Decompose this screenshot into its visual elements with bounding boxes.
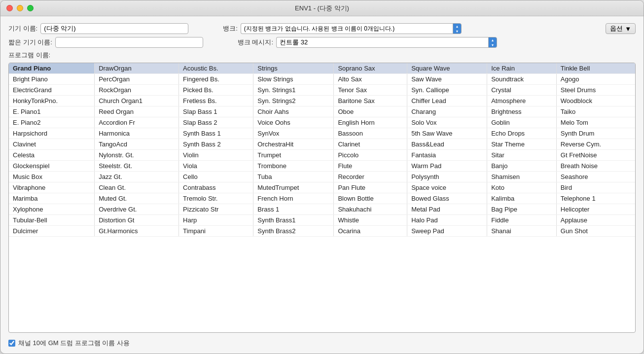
bank-message-arrow-down[interactable]: ▼ xyxy=(489,42,497,47)
table-cell[interactable]: Synth Brass2 xyxy=(253,226,334,237)
table-cell[interactable]: Fiddle xyxy=(487,215,557,226)
table-row[interactable]: VibraphoneClean Gt.ContrabassMutedTrumpe… xyxy=(9,182,635,193)
table-cell[interactable]: Space voice xyxy=(407,182,487,193)
table-cell[interactable]: RockOrgan xyxy=(95,85,179,96)
table-row[interactable]: E. Piano2Accordion FrSlap Bass 2Voice Oo… xyxy=(9,117,635,128)
table-row[interactable]: Bright PianoPercOrganFingered Bs.Slow St… xyxy=(9,74,635,85)
table-row[interactable]: ClavinetTangoAcdSynth Bass 2OrchestraHit… xyxy=(9,139,635,150)
table-cell[interactable]: Harp xyxy=(179,215,253,226)
table-cell[interactable]: SynVox xyxy=(253,128,334,139)
table-cell[interactable]: Whistle xyxy=(334,215,407,226)
table-cell[interactable]: Harmonica xyxy=(95,128,179,139)
table-row[interactable]: HarpsichordHarmonicaSynth Bass 1SynVoxBa… xyxy=(9,128,635,139)
bank-message-stepper[interactable]: ▲ ▼ xyxy=(488,37,497,48)
table-cell[interactable]: Synth Bass 2 xyxy=(179,139,253,150)
table-cell[interactable]: Atmosphere xyxy=(487,96,557,106)
table-cell[interactable]: Pizzicato Str xyxy=(179,204,253,215)
bank-message-arrow-up[interactable]: ▲ xyxy=(489,37,497,42)
table-cell[interactable]: Woodblock xyxy=(556,96,635,106)
table-cell[interactable]: DrawOrgan xyxy=(95,63,179,74)
table-cell[interactable]: Oboe xyxy=(334,106,407,117)
table-cell[interactable]: Marimba xyxy=(9,193,95,204)
table-cell[interactable]: Fretless Bs. xyxy=(179,96,253,106)
table-cell[interactable]: Violin xyxy=(179,150,253,161)
table-cell[interactable]: HonkyTonkPno. xyxy=(9,96,95,106)
table-row[interactable]: MarimbaMuted Gt.Tremolo Str.French HornB… xyxy=(9,193,635,204)
table-cell[interactable]: Pan Flute xyxy=(334,182,407,193)
table-cell[interactable]: Bag Pipe xyxy=(487,204,557,215)
table-cell[interactable]: TangoAcd xyxy=(95,139,179,150)
table-cell[interactable]: English Horn xyxy=(334,117,407,128)
table-cell[interactable]: Strings xyxy=(253,63,334,74)
table-cell[interactable]: Fingered Bs. xyxy=(179,74,253,85)
table-cell[interactable]: Tenor Sax xyxy=(334,85,407,96)
options-button[interactable]: 옵션 ▼ xyxy=(606,23,636,34)
table-cell[interactable]: Jazz Gt. xyxy=(95,172,179,182)
table-cell[interactable]: Cello xyxy=(179,172,253,182)
table-cell[interactable]: Warm Pad xyxy=(407,161,487,172)
close-button[interactable] xyxy=(6,5,13,11)
bank-message-input[interactable] xyxy=(276,37,488,48)
table-cell[interactable]: Charang xyxy=(407,106,487,117)
table-cell[interactable]: Baritone Sax xyxy=(334,96,407,106)
table-cell[interactable]: Slap Bass 2 xyxy=(179,117,253,128)
table-cell[interactable]: Recorder xyxy=(334,172,407,182)
table-cell[interactable]: E. Piano1 xyxy=(9,106,95,117)
table-cell[interactable]: Solo Vox xyxy=(407,117,487,128)
table-cell[interactable]: Harpsichord xyxy=(9,128,95,139)
table-cell[interactable]: Music Box xyxy=(9,172,95,182)
table-row[interactable]: XylophoneOverdrive Gt.Pizzicato StrBrass… xyxy=(9,204,635,215)
table-cell[interactable]: Alto Sax xyxy=(334,74,407,85)
table-cell[interactable]: OrchestraHit xyxy=(253,139,334,150)
table-cell[interactable]: E. Piano2 xyxy=(9,117,95,128)
table-cell[interactable]: Bright Piano xyxy=(9,74,95,85)
table-cell[interactable]: Shanai xyxy=(487,226,557,237)
table-cell[interactable]: Slap Bass 1 xyxy=(179,106,253,117)
table-cell[interactable]: Brightness xyxy=(487,106,557,117)
table-cell[interactable]: Saw Wave xyxy=(407,74,487,85)
table-cell[interactable]: Picked Bs. xyxy=(179,85,253,96)
table-cell[interactable]: Halo Pad xyxy=(407,215,487,226)
table-cell[interactable]: Syn. Strings1 xyxy=(253,85,334,96)
table-cell[interactable]: Overdrive Gt. xyxy=(95,204,179,215)
table-cell[interactable]: Viola xyxy=(179,161,253,172)
table-cell[interactable]: MutedTrumpet xyxy=(253,182,334,193)
table-cell[interactable]: Choir Aahs xyxy=(253,106,334,117)
table-cell[interactable]: Synth Drum xyxy=(556,128,635,139)
table-row[interactable]: DulcimerGt.HarmonicsTimpaniSynth Brass2O… xyxy=(9,226,635,237)
table-cell[interactable]: Blown Bottle xyxy=(334,193,407,204)
table-cell[interactable]: Breath Noise xyxy=(556,161,635,172)
table-cell[interactable]: Soundtrack xyxy=(487,74,557,85)
table-cell[interactable]: Clean Gt. xyxy=(95,182,179,193)
table-cell[interactable]: Synth Bass 1 xyxy=(179,128,253,139)
table-cell[interactable]: Ice Rain xyxy=(487,63,557,74)
table-cell[interactable]: Nylonstr. Gt. xyxy=(95,150,179,161)
table-cell[interactable]: Sweep Pad xyxy=(407,226,487,237)
table-cell[interactable]: Soprano Sax xyxy=(334,63,407,74)
table-cell[interactable]: Reverse Cym. xyxy=(556,139,635,150)
table-cell[interactable]: Polysynth xyxy=(407,172,487,182)
table-cell[interactable]: Crystal xyxy=(487,85,557,96)
table-cell[interactable]: Melo Tom xyxy=(556,117,635,128)
table-cell[interactable]: Steelstr. Gt. xyxy=(95,161,179,172)
table-cell[interactable]: Tremolo Str. xyxy=(179,193,253,204)
minimize-button[interactable] xyxy=(17,5,23,11)
table-cell[interactable]: Vibraphone xyxy=(9,182,95,193)
table-cell[interactable]: Syn. Calliope xyxy=(407,85,487,96)
bank-input[interactable] xyxy=(241,23,453,34)
bank-stepper[interactable]: ▲ ▼ xyxy=(453,23,462,34)
table-cell[interactable]: Tubular-Bell xyxy=(9,215,95,226)
device-name-input[interactable] xyxy=(40,23,188,34)
table-row[interactable]: HonkyTonkPno.Church Organ1Fretless Bs.Sy… xyxy=(9,96,635,106)
table-cell[interactable]: PercOrgan xyxy=(95,74,179,85)
table-cell[interactable]: Accordion Fr xyxy=(95,117,179,128)
table-cell[interactable]: Echo Drops xyxy=(487,128,557,139)
table-cell[interactable]: Fantasia xyxy=(407,150,487,161)
table-row[interactable]: Grand PianoDrawOrganAcoustic Bs.StringsS… xyxy=(9,63,635,74)
table-cell[interactable]: Shamisen xyxy=(487,172,557,182)
table-cell[interactable]: Metal Pad xyxy=(407,204,487,215)
table-cell[interactable]: Bird xyxy=(556,182,635,193)
channel-checkbox-label[interactable]: 채널 10에 GM 드럼 프로그램 이름 사용 xyxy=(8,339,130,348)
table-cell[interactable]: Contrabass xyxy=(179,182,253,193)
table-cell[interactable]: Taiko xyxy=(556,106,635,117)
